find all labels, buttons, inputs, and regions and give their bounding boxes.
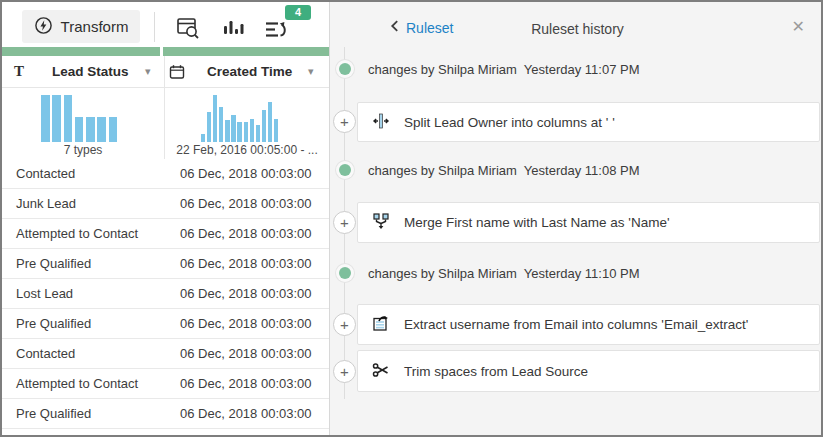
rule-text: Trim spaces from Lead Source <box>404 364 588 379</box>
cell-created-time[interactable]: 06 Dec, 2018 00:03:00 <box>165 249 329 278</box>
histogram-bar <box>64 95 73 142</box>
cell-created-time[interactable]: 06 Dec, 2018 00:03:00 <box>165 159 329 188</box>
histogram-bar <box>244 122 248 142</box>
histogram-bar <box>231 115 235 142</box>
close-icon[interactable]: ✕ <box>792 17 805 36</box>
chevron-down-icon[interactable]: ▾ <box>308 65 314 78</box>
cell-created-time[interactable]: 06 Dec, 2018 00:03:00 <box>165 399 329 428</box>
lead-status-histogram[interactable] <box>41 95 117 142</box>
extract-icon <box>371 313 391 336</box>
table-row[interactable]: Pre Qualified06 Dec, 2018 00:03:00 <box>2 309 329 339</box>
transform-bolt-icon <box>34 16 53 38</box>
trim-scissors-icon <box>371 360 391 383</box>
table-row[interactable]: Pre Qualified06 Dec, 2018 00:03:00 <box>2 399 329 429</box>
add-rule-button[interactable]: + <box>333 313 356 336</box>
histogram-bar <box>109 117 118 142</box>
cell-lead-status[interactable]: Pre Qualified <box>2 399 165 428</box>
cell-created-time[interactable]: 06 Dec, 2018 00:03:00 <box>165 339 329 368</box>
merge-columns-icon <box>371 211 391 234</box>
rule-text: Split Lead Owner into columns at ' ' <box>404 115 615 130</box>
histogram-bar <box>52 95 61 142</box>
cell-lead-status[interactable]: Attempted to Contact <box>2 369 165 398</box>
entry-time: Yesterday 11:07 PM <box>524 62 640 77</box>
cell-created-time[interactable]: 06 Dec, 2018 00:03:00 <box>165 309 329 338</box>
timeline-dot <box>339 164 351 176</box>
created-time-histogram[interactable] <box>201 95 278 142</box>
ruleset-list-icon[interactable] <box>263 17 289 43</box>
cell-lead-status[interactable]: Pre Qualified <box>2 249 165 278</box>
cell-lead-status[interactable]: Contacted <box>2 339 165 368</box>
rule-card-extract[interactable]: Extract username from Email into columns… <box>357 304 820 345</box>
histogram-bar <box>256 125 260 142</box>
cell-lead-status[interactable]: Contacted <box>2 159 165 188</box>
cell-created-time[interactable]: 06 Dec, 2018 00:03:00 <box>165 219 329 248</box>
timeline-dot <box>339 63 351 75</box>
entry-text: changes by Shilpa Miriam <box>368 163 517 178</box>
cell-created-time[interactable]: 06 Dec, 2018 00:03:00 <box>165 189 329 218</box>
cell-lead-status[interactable]: Pre Qualified <box>2 309 165 338</box>
panel-title: Ruleset history <box>330 21 823 37</box>
table-row[interactable]: Attempted to Contact06 Dec, 2018 00:03:0… <box>2 219 329 249</box>
entry-time: Yesterday 11:10 PM <box>524 266 640 281</box>
histogram-bar <box>250 119 254 142</box>
entry-text: changes by Shilpa Miriam <box>368 266 517 281</box>
cell-created-time[interactable]: 06 Dec, 2018 00:03:00 <box>165 279 329 308</box>
timeline-dot <box>339 267 351 279</box>
histogram-bar <box>207 112 211 142</box>
entry-text: changes by Shilpa Miriam <box>368 62 517 77</box>
table-row[interactable]: Lost Lead06 Dec, 2018 00:03:00 <box>2 279 329 309</box>
table-row[interactable]: Contacted06 Dec, 2018 00:03:00 <box>2 159 329 189</box>
histogram-bar <box>237 122 241 142</box>
cell-lead-status[interactable]: Lost Lead <box>2 279 165 308</box>
history-entry: changes by Shilpa Miriam Yesterday 11:07… <box>368 62 640 77</box>
data-grid-pane: Transform 4 T Lead Status ▾ Created Time <box>2 2 329 435</box>
add-rule-button[interactable]: + <box>333 110 356 133</box>
history-entry: changes by Shilpa Miriam Yesterday 11:08… <box>368 163 640 178</box>
rule-card-merge[interactable]: Merge First name with Last Name as 'Name… <box>357 202 820 243</box>
grid-header: T Lead Status ▾ Created Time ▾ <box>2 56 329 88</box>
table-row[interactable]: Attempted to Contact06 Dec, 2018 00:03:0… <box>2 369 329 399</box>
histogram-bar <box>274 119 278 142</box>
rule-card-split[interactable]: Split Lead Owner into columns at ' ' <box>357 102 820 142</box>
histogram-bar <box>262 110 266 142</box>
histogram-bar <box>41 95 50 142</box>
column-header-created-time[interactable]: Created Time <box>207 64 292 79</box>
transform-button[interactable]: Transform <box>22 10 140 43</box>
histogram-bar <box>75 117 84 142</box>
cell-created-time[interactable]: 06 Dec, 2018 00:03:00 <box>165 369 329 398</box>
rule-text: Extract username from Email into columns… <box>404 317 748 332</box>
calendar-icon <box>169 64 185 84</box>
histogram-bar <box>268 102 272 142</box>
left-toolbar: Transform 4 <box>2 2 329 46</box>
table-row[interactable]: Junk Lead06 Dec, 2018 00:03:00 <box>2 189 329 219</box>
histogram-bar <box>97 117 106 142</box>
column-progress-strip <box>2 47 160 56</box>
histogram-bar <box>201 134 205 142</box>
add-rule-button[interactable]: + <box>333 211 356 234</box>
entry-time: Yesterday 11:08 PM <box>524 163 640 178</box>
histogram-bar <box>213 95 217 142</box>
table-row[interactable]: Pre Qualified06 Dec, 2018 00:03:00 <box>2 249 329 279</box>
split-columns-icon <box>371 111 391 134</box>
ruleset-history-panel: Ruleset Ruleset history ✕ changes by Shi… <box>329 2 823 435</box>
histogram-bar <box>225 120 229 142</box>
text-type-icon: T <box>14 63 24 80</box>
app-window: Transform 4 T Lead Status ▾ Created Time <box>0 0 823 437</box>
rule-text: Merge First name with Last Name as 'Name… <box>404 215 670 230</box>
history-entry: changes by Shilpa Miriam Yesterday 11:10… <box>368 266 640 281</box>
add-rule-button[interactable]: + <box>333 360 356 383</box>
column-progress-strip <box>163 47 329 56</box>
table-preview-icon[interactable] <box>175 15 201 41</box>
cell-lead-status[interactable]: Junk Lead <box>2 189 165 218</box>
toolbar-separator <box>154 12 155 42</box>
column-header-lead-status[interactable]: Lead Status <box>52 64 129 79</box>
table-row[interactable]: Contacted06 Dec, 2018 00:03:00 <box>2 339 329 369</box>
column-stats-icon[interactable] <box>220 15 246 41</box>
chevron-down-icon[interactable]: ▾ <box>145 65 151 78</box>
ruleset-count-badge: 4 <box>285 5 311 20</box>
transform-label: Transform <box>61 18 129 35</box>
histogram-bar <box>86 117 95 142</box>
cell-lead-status[interactable]: Attempted to Contact <box>2 219 165 248</box>
histogram-bar <box>219 107 223 142</box>
rule-card-trim[interactable]: Trim spaces from Lead Source <box>357 350 820 392</box>
